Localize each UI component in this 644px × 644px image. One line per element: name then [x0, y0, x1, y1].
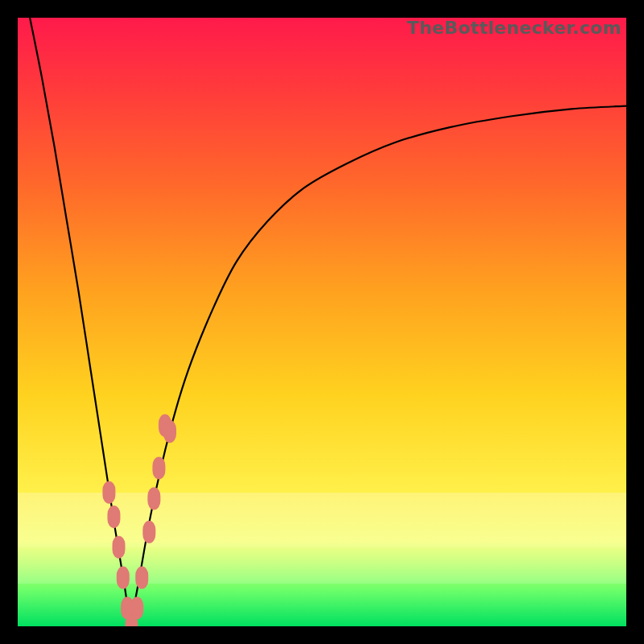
data-marker — [148, 488, 159, 509]
data-marker — [131, 597, 142, 618]
curve-layer — [18, 18, 626, 626]
data-marker — [153, 457, 164, 478]
data-marker — [143, 522, 155, 543]
data-marker — [108, 506, 119, 527]
marker-group — [103, 415, 175, 626]
data-marker — [118, 568, 129, 588]
data-marker — [164, 421, 175, 442]
chart-frame: TheBottlenecker.com — [0, 0, 644, 644]
data-marker — [113, 537, 124, 558]
data-marker — [136, 568, 147, 588]
curve-right-branch — [130, 106, 626, 626]
curve-left-branch — [30, 18, 130, 626]
data-marker — [103, 482, 114, 503]
plot-area: TheBottlenecker.com — [18, 18, 626, 626]
